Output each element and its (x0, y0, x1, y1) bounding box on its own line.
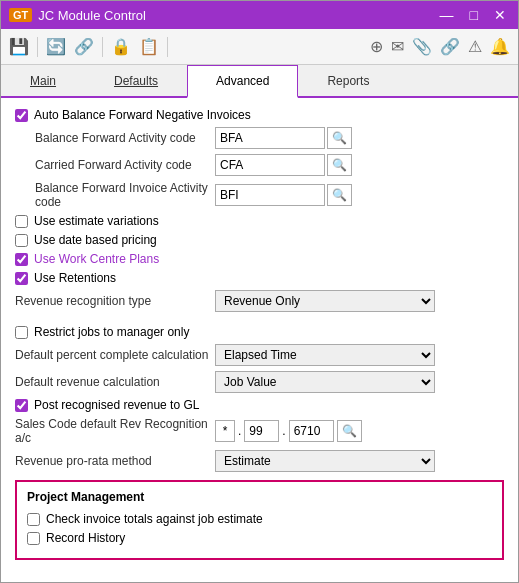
tab-reports[interactable]: Reports (298, 65, 398, 98)
sales-code-parts: . . 🔍 (215, 420, 362, 442)
title-bar-left: GT JC Module Control (9, 8, 146, 23)
balance-forward-input[interactable] (215, 127, 325, 149)
post-recognised-label: Post recognised revenue to GL (34, 398, 199, 412)
carried-forward-search-btn[interactable]: 🔍 (327, 154, 352, 176)
post-recognised-checkbox[interactable] (15, 399, 28, 412)
add-icon[interactable]: ⊕ (370, 37, 383, 56)
auto-balance-label: Auto Balance Forward Negative Invoices (34, 108, 251, 122)
carried-forward-input[interactable] (215, 154, 325, 176)
sales-code-num[interactable] (244, 420, 279, 442)
balance-invoice-row: Balance Forward Invoice Activity code 🔍 (15, 181, 504, 209)
check-invoice-label: Check invoice totals against job estimat… (46, 512, 263, 526)
clipboard-icon[interactable]: 📋 (139, 37, 159, 56)
restrict-jobs-label: Restrict jobs to manager only (34, 325, 189, 339)
record-history-row: Record History (27, 531, 492, 545)
restore-button[interactable]: □ (466, 7, 482, 23)
revenue-recognition-row: Revenue recognition type Revenue Only Co… (15, 290, 504, 312)
tab-defaults-label: Defaults (114, 74, 158, 88)
revenue-recognition-select[interactable]: Revenue Only Cost and Revenue None (215, 290, 435, 312)
sales-code-code[interactable] (289, 420, 334, 442)
window-title: JC Module Control (38, 8, 146, 23)
mail-icon[interactable]: ✉ (391, 37, 404, 56)
default-percent-select[interactable]: Elapsed Time Manual Cost Based (215, 344, 435, 366)
post-recognised-row: Post recognised revenue to GL (15, 398, 504, 412)
use-estimate-label: Use estimate variations (34, 214, 159, 228)
toolbar-sep-2 (102, 37, 103, 57)
default-percent-label: Default percent complete calculation (15, 348, 215, 362)
balance-invoice-input-wrap: 🔍 (215, 184, 352, 206)
content-area: Auto Balance Forward Negative Invoices B… (1, 98, 518, 582)
minimize-button[interactable]: — (436, 7, 458, 23)
sales-code-dot: . (238, 424, 241, 438)
sales-code-row: Sales Code default Rev Recognition a/c .… (15, 417, 504, 445)
default-revenue-label: Default revenue calculation (15, 375, 215, 389)
use-date-pricing-row: Use date based pricing (15, 233, 504, 247)
default-revenue-select[interactable]: Job Value Contract Value (215, 371, 435, 393)
tab-bar: Main Defaults Advanced Reports (1, 65, 518, 98)
warning-icon[interactable]: ⚠ (468, 37, 482, 56)
close-button[interactable]: ✕ (490, 7, 510, 23)
revenue-prorata-label: Revenue pro-rata method (15, 454, 215, 468)
restrict-jobs-checkbox[interactable] (15, 326, 28, 339)
title-controls: — □ ✕ (436, 7, 510, 23)
check-invoice-row: Check invoice totals against job estimat… (27, 512, 492, 526)
tab-advanced-label: Advanced (216, 74, 269, 88)
bell-icon[interactable]: 🔔 (490, 37, 510, 56)
attach-icon[interactable]: 📎 (412, 37, 432, 56)
use-date-pricing-label: Use date based pricing (34, 233, 157, 247)
check-invoice-checkbox[interactable] (27, 513, 40, 526)
record-history-checkbox[interactable] (27, 532, 40, 545)
project-management-title: Project Management (27, 490, 492, 504)
default-percent-row: Default percent complete calculation Ela… (15, 344, 504, 366)
carried-forward-input-wrap: 🔍 (215, 154, 352, 176)
use-estimate-row: Use estimate variations (15, 214, 504, 228)
record-history-label: Record History (46, 531, 125, 545)
default-revenue-row: Default revenue calculation Job Value Co… (15, 371, 504, 393)
use-estimate-checkbox[interactable] (15, 215, 28, 228)
use-work-centre-row: Use Work Centre Plans (15, 252, 504, 266)
title-bar: GT JC Module Control — □ ✕ (1, 1, 518, 29)
carried-forward-row: Carried Forward Activity code 🔍 (15, 154, 504, 176)
restrict-jobs-row: Restrict jobs to manager only (15, 325, 504, 339)
tab-reports-label: Reports (327, 74, 369, 88)
balance-forward-input-wrap: 🔍 (215, 127, 352, 149)
sales-code-search-btn[interactable]: 🔍 (337, 420, 362, 442)
toolbar-sep-3 (167, 37, 168, 57)
refresh-icon[interactable]: 🔄 (46, 37, 66, 56)
gt-badge: GT (9, 8, 32, 22)
chain-icon[interactable]: 🔗 (440, 37, 460, 56)
sales-code-label: Sales Code default Rev Recognition a/c (15, 417, 215, 445)
tab-main-label: Main (30, 74, 56, 88)
auto-balance-row: Auto Balance Forward Negative Invoices (15, 108, 504, 122)
toolbar: 💾 🔄 🔗 🔒 📋 ⊕ ✉ 📎 🔗 ⚠ 🔔 (1, 29, 518, 65)
balance-invoice-search-btn[interactable]: 🔍 (327, 184, 352, 206)
project-management-section: Project Management Check invoice totals … (15, 480, 504, 560)
balance-forward-label: Balance Forward Activity code (15, 131, 215, 145)
sales-code-star[interactable] (215, 420, 235, 442)
sales-code-dot2: . (282, 424, 285, 438)
balance-forward-row: Balance Forward Activity code 🔍 (15, 127, 504, 149)
carried-forward-label: Carried Forward Activity code (15, 158, 215, 172)
toolbar-sep-1 (37, 37, 38, 57)
auto-balance-checkbox[interactable] (15, 109, 28, 122)
use-retentions-checkbox[interactable] (15, 272, 28, 285)
tab-advanced[interactable]: Advanced (187, 65, 298, 98)
use-retentions-row: Use Retentions (15, 271, 504, 285)
use-retentions-label: Use Retentions (34, 271, 116, 285)
revenue-recognition-label: Revenue recognition type (15, 294, 215, 308)
tab-main[interactable]: Main (1, 65, 85, 98)
use-work-centre-label[interactable]: Use Work Centre Plans (34, 252, 159, 266)
lock-icon[interactable]: 🔒 (111, 37, 131, 56)
link-icon[interactable]: 🔗 (74, 37, 94, 56)
balance-forward-search-btn[interactable]: 🔍 (327, 127, 352, 149)
main-window: GT JC Module Control — □ ✕ 💾 🔄 🔗 🔒 📋 ⊕ ✉… (0, 0, 519, 583)
save-icon[interactable]: 💾 (9, 37, 29, 56)
use-date-pricing-checkbox[interactable] (15, 234, 28, 247)
use-work-centre-checkbox[interactable] (15, 253, 28, 266)
revenue-prorata-select[interactable]: Estimate Actual (215, 450, 435, 472)
balance-invoice-label: Balance Forward Invoice Activity code (15, 181, 215, 209)
revenue-prorata-row: Revenue pro-rata method Estimate Actual (15, 450, 504, 472)
balance-invoice-input[interactable] (215, 184, 325, 206)
tab-defaults[interactable]: Defaults (85, 65, 187, 98)
